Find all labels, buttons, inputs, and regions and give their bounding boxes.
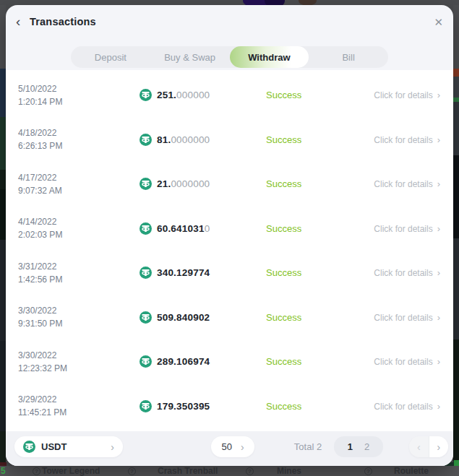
page-number[interactable]: 1 [348, 441, 353, 452]
transaction-amount: 289.106974 [140, 355, 266, 368]
tether-icon [140, 89, 152, 101]
back-icon[interactable]: ‹ [16, 14, 20, 30]
details-link[interactable]: Click for details› [347, 401, 440, 412]
total-count: Total 2 [286, 441, 330, 452]
tab[interactable]: Buy & Swap [150, 46, 230, 68]
details-link[interactable]: Click for details› [347, 223, 440, 234]
transaction-datetime: 4/17/2022 9:07:32 AM [18, 171, 140, 197]
pagination-nav: ‹ › [409, 436, 448, 457]
transaction-datetime: 5/10/2022 1:20:14 PM [18, 82, 140, 108]
amount-trailing-zeros: 0000000 [171, 134, 210, 145]
transaction-time: 6:26:13 PM [18, 139, 140, 152]
transactions-modal: ‹ Transactions ✕ Deposit Buy & Swap With… [6, 5, 453, 466]
transaction-date: 4/18/2022 [18, 126, 140, 139]
background-game-label: Tower Legend [42, 466, 100, 476]
tab[interactable]: Deposit [71, 46, 150, 68]
details-label: Click for details [374, 179, 432, 189]
tether-icon [140, 222, 152, 235]
transaction-date: 3/31/2022 [18, 260, 140, 273]
status-badge: Success [266, 312, 347, 323]
transaction-row[interactable]: 3/30/2022 12:23:32 PM 289.106974 Succ [6, 339, 453, 384]
tab-label: Buy & Swap [164, 52, 215, 63]
details-link[interactable]: Click for details› [347, 90, 440, 100]
amount-value: 60.6410310 [157, 223, 210, 234]
background-game-item: ? Tower Legend [33, 466, 100, 476]
background-game-label: Roulette [394, 466, 429, 476]
amount-trailing-zeros: 0000000 [171, 178, 210, 189]
details-label: Click for details [374, 402, 432, 412]
transaction-row[interactable]: 5/10/2022 1:20:14 PM 251.000000 Succe [6, 73, 453, 118]
page-title: Transactions [30, 16, 96, 27]
details-label: Click for details [374, 135, 432, 145]
prev-page-button[interactable]: ‹ [409, 436, 429, 457]
amount-value: 340.129774 [157, 267, 210, 278]
amount-significant: 81. [157, 134, 171, 145]
currency-label: USDT [41, 441, 105, 452]
tether-icon [140, 355, 152, 368]
transaction-datetime: 3/30/2022 9:31:50 PM [18, 304, 140, 330]
details-link[interactable]: Click for details› [347, 267, 440, 278]
amount-value: 81.0000000 [157, 134, 210, 145]
amount-significant: 21. [157, 178, 171, 189]
backdrop-left-edge [0, 5, 6, 466]
status-badge: Success [266, 90, 347, 100]
amount-significant: 251. [157, 90, 176, 100]
transaction-date: 4/17/2022 [18, 171, 140, 184]
status-badge: Success [266, 356, 347, 367]
amount-significant: 179.350395 [157, 401, 210, 412]
transaction-date: 3/30/2022 [18, 304, 140, 317]
status-badge: Success [266, 178, 347, 189]
status-badge: Success [266, 223, 347, 234]
question-icon: ? [128, 467, 136, 475]
transaction-datetime: 4/18/2022 6:26:13 PM [18, 126, 140, 152]
close-icon[interactable]: ✕ [434, 16, 443, 29]
amount-significant: 289.106974 [157, 356, 210, 367]
amount-value: 289.106974 [157, 356, 210, 367]
background-game-item: ? Mines [246, 466, 301, 476]
backdrop-games-row: 5 ? Tower Legend ? Crash Trenball ? Mine… [0, 466, 459, 476]
details-label: Click for details [374, 268, 432, 278]
transaction-row[interactable]: 4/17/2022 9:07:32 AM 21.0000000 Succe [6, 162, 453, 207]
status-badge: Success [266, 134, 347, 145]
question-icon: ? [364, 467, 372, 475]
amount-trailing-zeros: 000000 [176, 90, 210, 100]
details-link[interactable]: Click for details› [347, 178, 440, 189]
currency-selector[interactable]: USDT › [14, 436, 123, 457]
amount-significant: 509.840902 [157, 312, 210, 323]
tether-icon [140, 134, 152, 146]
amount-trailing-zeros: 0 [205, 223, 210, 234]
tab[interactable]: Withdraw [230, 46, 309, 68]
chevron-right-icon: › [437, 178, 440, 189]
transaction-time: 1:42:56 PM [18, 273, 140, 286]
chevron-right-icon: › [437, 267, 440, 278]
tether-icon [140, 311, 152, 324]
tab-label: Bill [342, 52, 354, 63]
backdrop-edge-text: 5 [1, 466, 6, 476]
transaction-time: 9:31:50 PM [18, 317, 140, 330]
tab[interactable]: Bill [309, 46, 388, 68]
details-link[interactable]: Click for details› [347, 312, 440, 323]
transaction-date: 3/29/2022 [18, 393, 140, 406]
transaction-row[interactable]: 3/30/2022 9:31:50 PM 509.840902 Succe [6, 295, 453, 340]
page-number[interactable]: 2 [364, 441, 369, 452]
status-badge: Success [266, 267, 347, 278]
page-size-selector[interactable]: 50 › [211, 436, 254, 457]
tether-icon [23, 441, 35, 453]
transaction-row[interactable]: 3/31/2022 1:42:56 PM 340.129774 Succe [6, 251, 453, 295]
details-link[interactable]: Click for details› [347, 356, 440, 367]
transaction-amount: 179.350395 [140, 400, 266, 412]
amount-value: 179.350395 [157, 401, 210, 412]
transaction-time: 11:45:21 PM [18, 406, 140, 419]
background-game-label: Mines [277, 466, 301, 476]
modal-footer: USDT › 50 › Total 2 1 2 ‹ › [6, 431, 453, 466]
transaction-row[interactable]: 3/29/2022 11:45:21 PM 179.350395 Succ [6, 384, 453, 429]
transaction-row[interactable]: 4/14/2022 2:02:03 PM 60.6410310 Succe [6, 207, 453, 251]
chevron-right-icon: › [111, 441, 114, 453]
amount-value: 21.0000000 [157, 178, 210, 189]
question-icon: ? [246, 467, 254, 475]
tether-icon [140, 267, 152, 279]
details-link[interactable]: Click for details› [347, 134, 440, 145]
transaction-date: 3/30/2022 [18, 349, 140, 362]
transaction-row[interactable]: 4/18/2022 6:26:13 PM 81.0000000 Succe [6, 118, 453, 163]
next-page-button[interactable]: › [429, 436, 449, 457]
